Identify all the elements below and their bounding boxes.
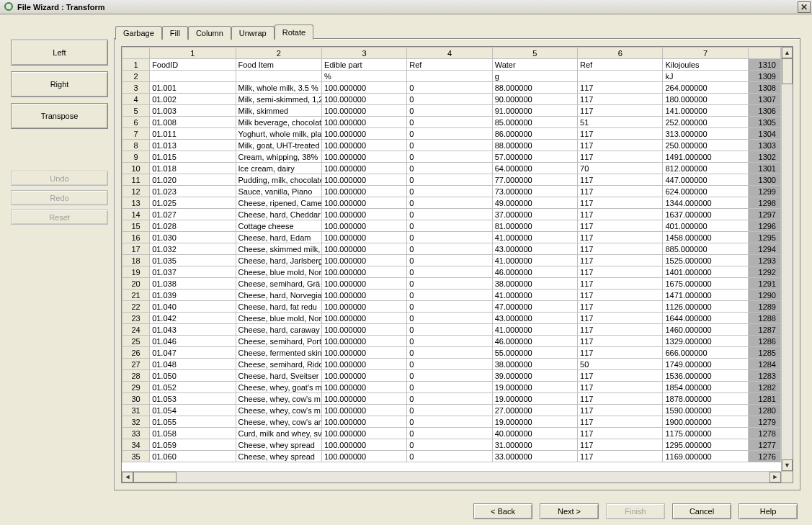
- cell[interactable]: 01.013: [150, 140, 236, 151]
- table-row[interactable]: 1501.028Cottage cheese100.000000081.0000…: [122, 220, 781, 232]
- cell[interactable]: 01.054: [150, 405, 236, 416]
- help-button[interactable]: Help: [739, 503, 798, 519]
- cell[interactable]: 01.053: [150, 393, 236, 405]
- cell[interactable]: 41.000000: [492, 290, 577, 301]
- cell[interactable]: 100.000000: [321, 128, 406, 140]
- cell[interactable]: 117: [578, 151, 663, 163]
- table-row[interactable]: 1801.035Cheese, hard, Jarlsberg100.00000…: [122, 255, 781, 266]
- row-header[interactable]: 26: [122, 347, 150, 359]
- cell[interactable]: 46.000000: [492, 266, 577, 278]
- cell[interactable]: 117: [578, 393, 663, 405]
- column-header[interactable]: 3: [321, 48, 406, 59]
- cell[interactable]: 70: [578, 163, 663, 174]
- cell[interactable]: 1644.000000: [663, 313, 748, 324]
- cell[interactable]: 100.000000: [321, 439, 406, 451]
- cell[interactable]: 100.000000: [321, 324, 406, 336]
- cell[interactable]: Sauce, vanilla, Piano: [236, 186, 321, 197]
- cell[interactable]: Ref: [578, 59, 663, 71]
- cell[interactable]: 01.001: [150, 82, 236, 94]
- tab-rotate[interactable]: Rotate: [275, 24, 313, 40]
- cell[interactable]: 01.020: [150, 174, 236, 186]
- scroll-right-button[interactable]: ►: [769, 472, 781, 483]
- cell[interactable]: 01.003: [150, 105, 236, 117]
- cell[interactable]: 100.000000: [321, 163, 406, 174]
- corner-header[interactable]: [122, 48, 150, 59]
- cell[interactable]: Cheese, hard, fat redu: [236, 301, 321, 313]
- cell[interactable]: 100.000000: [321, 243, 406, 255]
- cell[interactable]: 0: [407, 266, 492, 278]
- cell[interactable]: [236, 71, 321, 82]
- cell[interactable]: 100.000000: [321, 393, 406, 405]
- row-header[interactable]: 35: [122, 451, 150, 462]
- table-row[interactable]: 601.008Milk beverage, chocolat100.000000…: [122, 117, 781, 128]
- cell[interactable]: 100.000000: [321, 174, 406, 186]
- row-header[interactable]: 9: [122, 151, 150, 163]
- cell[interactable]: 41.000000: [492, 255, 577, 266]
- cell[interactable]: 31.000000: [492, 439, 577, 451]
- table-row[interactable]: 1601.030Cheese, hard, Edam100.000000041.…: [122, 232, 781, 243]
- cell[interactable]: Cheese, hard, Cheddar: [236, 209, 321, 220]
- cell[interactable]: Cheese, whey spread: [236, 451, 321, 462]
- row-header[interactable]: 27: [122, 359, 150, 370]
- cell[interactable]: 117: [578, 278, 663, 290]
- cell[interactable]: 1401.000000: [663, 266, 748, 278]
- cell[interactable]: 117: [578, 336, 663, 347]
- left-button[interactable]: Left: [11, 40, 108, 66]
- cell[interactable]: 0: [407, 220, 492, 232]
- cell[interactable]: Kilojoules: [663, 59, 748, 71]
- cell[interactable]: 1590.000000: [663, 405, 748, 416]
- table-row[interactable]: 1401.027Cheese, hard, Cheddar100.0000000…: [122, 209, 781, 220]
- row-header[interactable]: 28: [122, 370, 150, 382]
- cell[interactable]: 0: [407, 393, 492, 405]
- table-row[interactable]: 2901.052Cheese, whey, goat's m100.000000…: [122, 382, 781, 393]
- cell[interactable]: 117: [578, 209, 663, 220]
- cell[interactable]: 01.039: [150, 290, 236, 301]
- table-row[interactable]: 1701.032Cheese, skimmed milk,100.0000000…: [122, 243, 781, 255]
- cell[interactable]: 01.046: [150, 336, 236, 347]
- cell[interactable]: Curd, milk and whey, sv: [236, 428, 321, 439]
- table-row[interactable]: 3501.060Cheese, whey spread100.000000033…: [122, 451, 781, 462]
- cell[interactable]: Milk, skimmed: [236, 105, 321, 117]
- cell[interactable]: 100.000000: [321, 382, 406, 393]
- cell[interactable]: 57.000000: [492, 151, 577, 163]
- cell[interactable]: 117: [578, 451, 663, 462]
- cell[interactable]: 0: [407, 105, 492, 117]
- cell[interactable]: 88.000000: [492, 82, 577, 94]
- table-row[interactable]: 1201.023Sauce, vanilla, Piano100.0000000…: [122, 186, 781, 197]
- cell[interactable]: 01.018: [150, 163, 236, 174]
- cell[interactable]: 27.000000: [492, 405, 577, 416]
- cell[interactable]: 401.000000: [663, 220, 748, 232]
- cell[interactable]: Cream, whipping, 38%: [236, 151, 321, 163]
- cell[interactable]: 50: [578, 359, 663, 370]
- cell[interactable]: Cheese, hard, caraway: [236, 324, 321, 336]
- row-header[interactable]: 7: [122, 128, 150, 140]
- table-row[interactable]: 301.001Milk, whole milk, 3.5 %100.000000…: [122, 82, 781, 94]
- cell[interactable]: 0: [407, 94, 492, 105]
- row-header[interactable]: 12: [122, 186, 150, 197]
- table-row[interactable]: 801.013Milk, goat, UHT-treated100.000000…: [122, 140, 781, 151]
- cell[interactable]: 01.008: [150, 117, 236, 128]
- cell[interactable]: 47.000000: [492, 301, 577, 313]
- cell[interactable]: 1344.000000: [663, 197, 748, 209]
- cell[interactable]: 1458.000000: [663, 232, 748, 243]
- cell[interactable]: 01.058: [150, 428, 236, 439]
- row-header[interactable]: 25: [122, 336, 150, 347]
- row-header[interactable]: 13: [122, 197, 150, 209]
- cell[interactable]: FoodID: [150, 59, 236, 71]
- cell[interactable]: 1854.000000: [663, 382, 748, 393]
- cell[interactable]: 1878.000000: [663, 393, 748, 405]
- cell[interactable]: [407, 71, 492, 82]
- cell[interactable]: 100.000000: [321, 117, 406, 128]
- cell[interactable]: 01.048: [150, 359, 236, 370]
- cell[interactable]: 1491.000000: [663, 151, 748, 163]
- cell[interactable]: 01.030: [150, 232, 236, 243]
- cell[interactable]: 43.000000: [492, 243, 577, 255]
- cell[interactable]: 117: [578, 140, 663, 151]
- cell[interactable]: 19.000000: [492, 416, 577, 428]
- scroll-left-button[interactable]: ◄: [122, 472, 133, 483]
- cell[interactable]: Cheese, hard, Edam: [236, 232, 321, 243]
- cell[interactable]: 117: [578, 174, 663, 186]
- cell[interactable]: Ref: [407, 59, 492, 71]
- cell[interactable]: Cheese, ripened, Came: [236, 197, 321, 209]
- cell[interactable]: 0: [407, 359, 492, 370]
